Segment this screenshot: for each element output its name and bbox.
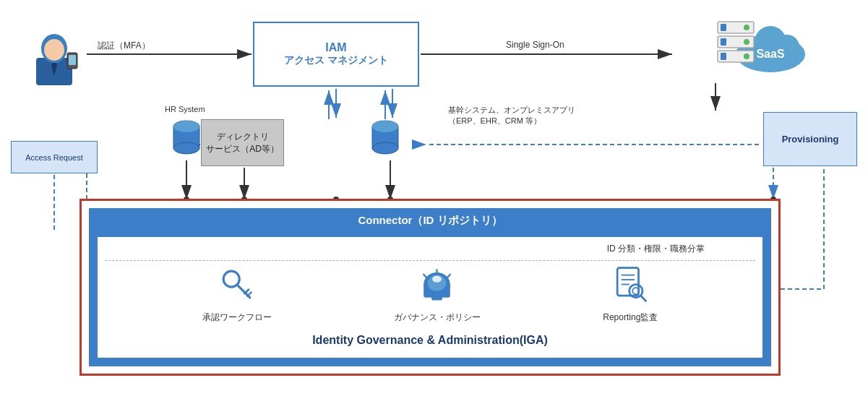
svg-rect-71 — [617, 267, 638, 296]
base-system-label: 基幹システム、オンプレミスアプリ （ERP、EHR、CRM 等） — [448, 105, 575, 126]
svg-point-53 — [173, 142, 199, 154]
directory-box: ディレクトリ サービス（AD等） — [201, 119, 284, 166]
iga-inner: ID 分類・権限・職務分掌 — [98, 237, 762, 358]
svg-point-34 — [44, 39, 64, 61]
provisioning-label: Provisioning — [782, 134, 839, 145]
hr-db-svg — [172, 119, 201, 155]
iam-title: IAM — [325, 41, 346, 54]
server-stack — [716, 20, 756, 64]
svg-point-66 — [433, 275, 442, 282]
directory-line1: ディレクトリ — [217, 131, 269, 143]
connector-inner: Connector（ID リポジトリ） ID 分類・権限・職務分掌 — [89, 208, 771, 366]
svg-rect-67 — [432, 296, 443, 301]
iam-subtitle: アクセス マネジメント — [284, 54, 388, 67]
user-icon — [22, 25, 87, 90]
directory-line2: サービス（AD等） — [206, 143, 279, 155]
workflow-icon — [215, 262, 259, 306]
svg-rect-36 — [69, 55, 76, 65]
iga-icons-row: 承認ワークフロー — [98, 262, 762, 324]
svg-point-57 — [372, 142, 398, 154]
svg-line-61 — [245, 289, 249, 293]
reporting-icon — [609, 262, 652, 306]
server-svg — [716, 20, 756, 67]
svg-rect-49 — [721, 53, 726, 60]
svg-point-44 — [744, 25, 749, 30]
hr-database — [172, 119, 201, 158]
iga-title: Identity Governance & Administration(IGA… — [98, 334, 762, 347]
svg-rect-46 — [721, 38, 726, 46]
auth-label: 認証（MFA） — [98, 40, 150, 52]
svg-point-50 — [744, 53, 749, 59]
access-request-box: Access Request — [11, 141, 98, 173]
iga-workflow-item: 承認ワークフロー — [202, 262, 272, 324]
iga-reporting-item: Reporting監査 — [603, 262, 658, 324]
svg-text:SaaS: SaaS — [756, 48, 784, 60]
hr-system-label: HR System — [165, 105, 205, 113]
diagram-container: 認証（MFA） Single Sign-On IAM アクセス マネジメント S… — [0, 0, 868, 396]
sso-label: Single Sign-On — [506, 40, 564, 50]
governance-label: ガバナンス・ポリシー — [394, 311, 481, 324]
person-svg — [25, 25, 83, 90]
mid-db-svg — [371, 119, 400, 155]
svg-rect-43 — [721, 24, 726, 31]
id-classification-label: ID 分類・権限・職務分掌 — [607, 243, 705, 255]
svg-line-77 — [640, 296, 645, 301]
iam-box: IAM アクセス マネジメント — [253, 22, 419, 87]
svg-point-58 — [372, 121, 398, 132]
workflow-label: 承認ワークフロー — [202, 311, 272, 324]
provisioning-box: Provisioning — [763, 112, 857, 166]
connector-title: Connector（ID リポジトリ） — [90, 210, 770, 232]
svg-point-47 — [744, 39, 749, 45]
governance-icon — [416, 262, 459, 306]
reporting-label: Reporting監査 — [603, 311, 658, 324]
mid-database — [371, 119, 400, 158]
svg-point-59 — [223, 271, 239, 287]
svg-point-54 — [173, 121, 199, 132]
access-request-label: Access Request — [25, 153, 82, 162]
iga-governance-item: ガバナンス・ポリシー — [394, 262, 481, 324]
connector-box: Connector（ID リポジトリ） ID 分類・権限・職務分掌 — [80, 199, 781, 376]
